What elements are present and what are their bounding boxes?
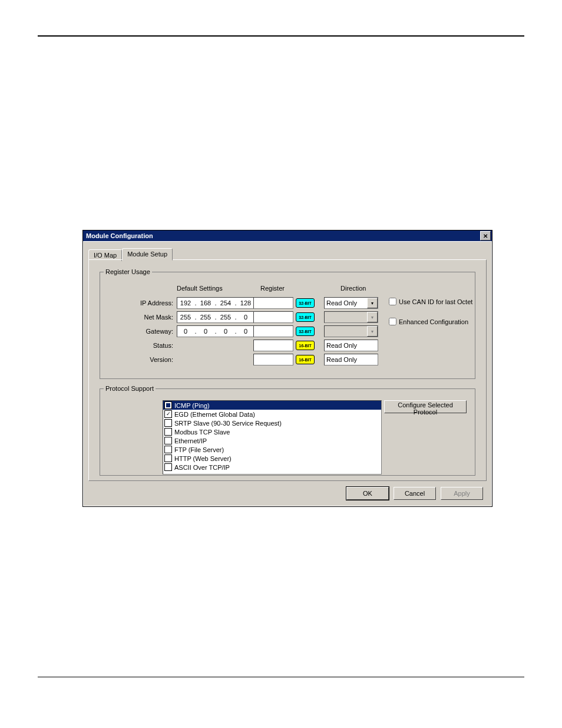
direction-ip-address[interactable]: Read Only ▾	[324, 297, 378, 309]
chevron-down-icon[interactable]: ▾	[367, 298, 378, 308]
checkbox-icon[interactable]	[164, 419, 172, 427]
label-net-mask: Net Mask:	[100, 314, 177, 321]
close-icon[interactable]: ✕	[480, 231, 491, 241]
protocol-item-srtp[interactable]: SRTP Slave (90-30 Service Request)	[163, 419, 381, 427]
register-usage-legend: Register Usage	[104, 268, 152, 275]
protocol-item-http[interactable]: HTTP (Web Server)	[163, 454, 381, 463]
footer-rule	[38, 677, 524, 677]
protocol-item-egd[interactable]: EGD (Ethernet Global Data)	[163, 410, 381, 419]
row-gateway: Gateway: 0. 0. 0. 0 32-BIT ▾	[100, 325, 475, 338]
direction-gateway: ▾	[324, 325, 378, 337]
checkbox-icon[interactable]	[164, 437, 172, 444]
bit32-icon: 32-BIT	[296, 327, 315, 336]
protocol-item-icmp[interactable]: ICMP (Ping)	[163, 401, 381, 410]
protocol-item-modbus[interactable]: Modbus TCP Slave	[163, 427, 381, 436]
register-ip-address[interactable]	[253, 297, 293, 309]
register-version[interactable]	[253, 354, 293, 365]
checkbox-icon[interactable]	[164, 401, 172, 409]
ok-button[interactable]: OK	[346, 487, 389, 500]
tab-module-setup[interactable]: Module Setup	[122, 248, 173, 261]
label-gateway: Gateway:	[100, 328, 177, 335]
header-rule	[38, 35, 524, 37]
tab-panel: Register Usage Default Settings Register…	[88, 259, 487, 481]
register-status[interactable]	[253, 340, 293, 351]
protocol-item-ascii[interactable]: ASCII Over TCP/IP	[163, 463, 381, 472]
apply-button[interactable]: Apply	[441, 487, 483, 500]
direction-status[interactable]: Read Only	[324, 340, 378, 351]
checkbox-enhanced-config[interactable]: Enhanced Configuration	[389, 318, 468, 325]
col-default-settings: Default Settings	[177, 285, 223, 292]
col-register: Register	[260, 285, 285, 292]
titlebar[interactable]: Module Configuration ✕	[83, 230, 492, 241]
register-net-mask[interactable]	[253, 311, 293, 323]
checkbox-icon[interactable]	[164, 410, 172, 418]
window-title: Module Configuration	[84, 232, 153, 239]
net-mask-input[interactable]: 255. 255. 255. 0	[177, 311, 254, 323]
row-status: Status: 16-BIT Read Only	[100, 339, 475, 352]
row-version: Version: 16-BIT Read Only	[100, 353, 475, 366]
enhanced-config-input[interactable]	[389, 318, 396, 325]
protocol-support-legend: Protocol Support	[104, 385, 156, 392]
register-gateway[interactable]	[253, 325, 293, 337]
tabstrip: I/O Map Module Setup	[88, 248, 173, 260]
checkbox-icon[interactable]	[164, 463, 172, 471]
checkbox-icon[interactable]	[164, 428, 172, 436]
configure-protocol-button[interactable]: Configure Selected Protocol	[384, 400, 467, 413]
chevron-down-icon: ▾	[367, 312, 378, 322]
col-direction: Direction	[340, 285, 366, 292]
direction-net-mask: ▾	[324, 311, 378, 323]
bit32-icon: 32-BIT	[296, 298, 315, 308]
protocol-item-ftp[interactable]: FTP (File Server)	[163, 445, 381, 454]
bit32-icon: 32-BIT	[296, 312, 315, 322]
checkbox-icon[interactable]	[164, 454, 172, 462]
cancel-button[interactable]: Cancel	[394, 487, 436, 500]
protocol-support-group: Protocol Support ICMP (Ping) EGD (Ethern…	[100, 385, 475, 476]
checkbox-icon[interactable]	[164, 446, 172, 453]
module-config-window: Module Configuration ✕ I/O Map Module Se…	[82, 230, 492, 507]
protocol-item-ethernetip[interactable]: Ethernet/IP	[163, 436, 381, 445]
bit16-icon: 16-BIT	[296, 355, 315, 364]
bit16-icon: 16-BIT	[296, 341, 315, 350]
gateway-input[interactable]: 0. 0. 0. 0	[177, 325, 254, 337]
client-area: I/O Map Module Setup Register Usage Defa…	[84, 242, 491, 506]
ip-address-input[interactable]: 192. 168. 254. 128	[177, 297, 254, 309]
label-version: Version:	[100, 356, 177, 363]
dialog-buttons: OK Cancel Apply	[346, 487, 483, 500]
chevron-down-icon: ▾	[367, 326, 378, 337]
label-status: Status:	[100, 342, 177, 349]
label-ip-address: IP Address:	[100, 299, 177, 307]
checkbox-use-can-id[interactable]: Use CAN ID for last Octet	[389, 298, 472, 305]
direction-version[interactable]: Read Only	[324, 354, 378, 365]
use-can-id-input[interactable]	[389, 298, 396, 305]
register-usage-group: Register Usage Default Settings Register…	[100, 268, 475, 379]
protocol-list[interactable]: ICMP (Ping) EGD (Ethernet Global Data) S…	[163, 400, 382, 475]
